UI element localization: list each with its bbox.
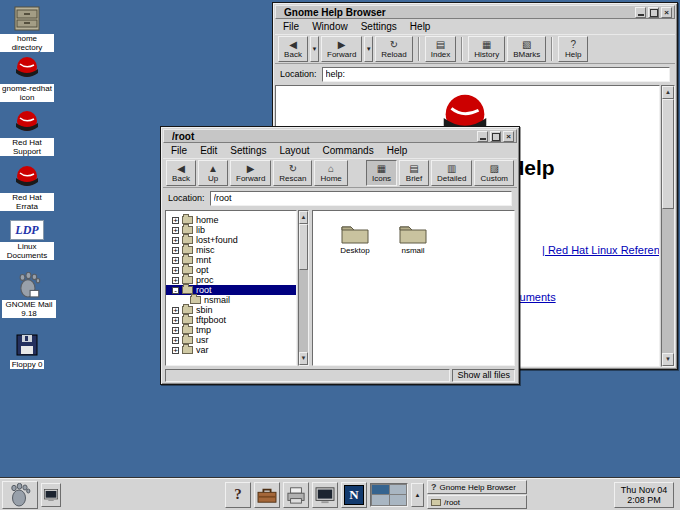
file-item-desktop[interactable]: Desktop — [331, 221, 379, 255]
file-window-titlebar[interactable]: /root — [163, 129, 517, 143]
desk-guide-pager[interactable] — [370, 483, 408, 507]
menu-edit[interactable]: Edit — [200, 145, 217, 156]
file-icon-pane[interactable]: Desktop nsmail — [312, 210, 515, 366]
history-button[interactable]: ▦ History — [468, 36, 505, 62]
menu-file[interactable]: File — [283, 21, 299, 32]
close-button[interactable] — [503, 131, 514, 142]
help-button[interactable]: ? Help — [558, 36, 588, 62]
scroll-up-icon[interactable]: ▲ — [299, 211, 308, 224]
scroll-up-icon[interactable]: ▲ — [662, 86, 674, 99]
desktop-icon-home-directory[interactable]: home directory — [0, 6, 54, 52]
menu-layout[interactable]: Layout — [280, 145, 310, 156]
expand-icon[interactable] — [172, 267, 179, 274]
help-window-title: Gnome Help Browser — [284, 7, 633, 18]
menu-file[interactable]: File — [171, 145, 187, 156]
icons-view-button[interactable]: ▦ Icons — [366, 160, 397, 186]
tree-item[interactable]: var — [166, 345, 296, 355]
expand-icon[interactable] — [172, 307, 179, 314]
reload-button[interactable]: ↻ Reload — [375, 36, 412, 62]
scrollbar-thumb[interactable] — [662, 99, 674, 209]
desktop-cell[interactable] — [372, 495, 389, 505]
gnome-panel: ? N — [0, 478, 680, 510]
scrollbar-thumb[interactable] — [299, 224, 308, 270]
location-input[interactable] — [322, 67, 670, 82]
desktop-icon-gnome-redhat[interactable]: gnome-redhat icon — [0, 56, 54, 102]
desktop-icon-label: Red Hat Support — [0, 138, 54, 156]
expand-icon[interactable] — [172, 347, 179, 354]
file-statusbar: Show all files — [163, 368, 517, 382]
expand-icon[interactable] — [172, 217, 179, 224]
question-mark-icon: ? — [431, 482, 437, 492]
up-button[interactable]: ▲ Up — [198, 160, 228, 186]
desktop-cell[interactable] — [390, 495, 407, 505]
desktop-cell[interactable] — [390, 485, 407, 495]
tasklist-arrow-button[interactable]: ▲ — [411, 483, 424, 507]
menu-commands[interactable]: Commands — [323, 145, 374, 156]
brief-view-button[interactable]: ▤ Brief — [399, 160, 429, 186]
expand-icon[interactable] — [172, 227, 179, 234]
desktop-icon-linux-documents[interactable]: LDP Linux Documents — [0, 220, 54, 260]
custom-view-button[interactable]: ▨ Custom — [474, 160, 514, 186]
netscape-launcher[interactable]: N — [341, 482, 367, 508]
minimize-button[interactable] — [477, 131, 488, 142]
expand-icon[interactable] — [172, 277, 179, 284]
main-menu-button[interactable] — [2, 481, 38, 509]
tree-scrollbar[interactable]: ▲ ▼ — [298, 210, 309, 366]
menu-window[interactable]: Window — [312, 21, 348, 32]
expand-icon[interactable] — [172, 337, 179, 344]
help-window-titlebar[interactable]: Gnome Help Browser — [275, 5, 675, 19]
location-input[interactable] — [210, 191, 512, 206]
expand-icon[interactable] — [172, 257, 179, 264]
index-button[interactable]: ▤ Index — [425, 36, 457, 62]
lock-screen-button[interactable] — [41, 483, 61, 507]
desktop-cell-active[interactable] — [372, 485, 389, 495]
task-help-browser[interactable]: ? Gnome Help Browser — [427, 480, 527, 494]
help-menubar: File Window Settings Help — [275, 19, 675, 34]
back-history-dropdown[interactable]: ▼ — [310, 36, 319, 62]
printer-launcher[interactable] — [283, 482, 309, 508]
menu-settings[interactable]: Settings — [230, 145, 266, 156]
desktop-icon-floppy[interactable]: Floppy 0 — [0, 334, 54, 369]
detailed-view-button[interactable]: ▥ Detailed — [431, 160, 472, 186]
menu-help[interactable]: Help — [410, 21, 431, 32]
close-button[interactable] — [661, 7, 672, 18]
help-browser-launcher[interactable]: ? — [225, 482, 251, 508]
control-center-launcher[interactable] — [254, 482, 280, 508]
forward-history-dropdown[interactable]: ▼ — [364, 36, 373, 62]
terminal-launcher[interactable] — [312, 482, 338, 508]
collapse-icon[interactable] — [172, 287, 179, 294]
task-file-manager[interactable]: /root — [427, 495, 527, 509]
expand-icon[interactable] — [172, 327, 179, 334]
menu-settings[interactable]: Settings — [361, 21, 397, 32]
forward-button[interactable]: ▶ Forward — [321, 36, 362, 62]
reference-guide-link[interactable]: | Red Hat Linux Reference Guide — [542, 244, 660, 256]
desktop-icon-redhat-support[interactable]: Red Hat Support — [0, 110, 54, 156]
tree-item-selected[interactable]: root — [166, 285, 296, 295]
file-item-label: Desktop — [340, 246, 369, 255]
minimize-button[interactable] — [635, 7, 646, 18]
forward-button[interactable]: ▶ Forward — [230, 160, 271, 186]
expand-icon[interactable] — [172, 317, 179, 324]
rescan-button[interactable]: ↻ Rescan — [273, 160, 312, 186]
menu-help[interactable]: Help — [387, 145, 408, 156]
clock-applet[interactable]: Thu Nov 04 2:08 PM — [614, 482, 674, 508]
maximize-button[interactable] — [648, 7, 659, 18]
desktop-icon-label: Linux Documents — [0, 242, 54, 260]
help-scrollbar[interactable]: ▲ ▼ — [661, 85, 675, 367]
cabinet-icon — [12, 6, 42, 32]
floppy-icon — [14, 334, 40, 358]
desktop-icon-redhat-errata[interactable]: Red Hat Errata — [0, 165, 54, 211]
ldp-logo-icon: LDP — [10, 220, 44, 240]
maximize-button[interactable] — [490, 131, 501, 142]
expand-icon[interactable] — [172, 237, 179, 244]
home-icon: ⌂ — [328, 164, 334, 174]
scroll-down-icon[interactable]: ▼ — [662, 353, 674, 366]
expand-icon[interactable] — [172, 247, 179, 254]
bmarks-button[interactable]: ▧ BMarks — [507, 36, 546, 62]
desktop-icon-gnome-mail[interactable]: GNOME Mail 9.18 — [2, 272, 56, 318]
back-button[interactable]: ◀ Back — [278, 36, 308, 62]
home-button[interactable]: ⌂ Home — [314, 160, 347, 186]
back-button[interactable]: ◀ Back — [166, 160, 196, 186]
scroll-down-icon[interactable]: ▼ — [299, 352, 308, 365]
file-item-nsmail[interactable]: nsmail — [389, 221, 437, 255]
